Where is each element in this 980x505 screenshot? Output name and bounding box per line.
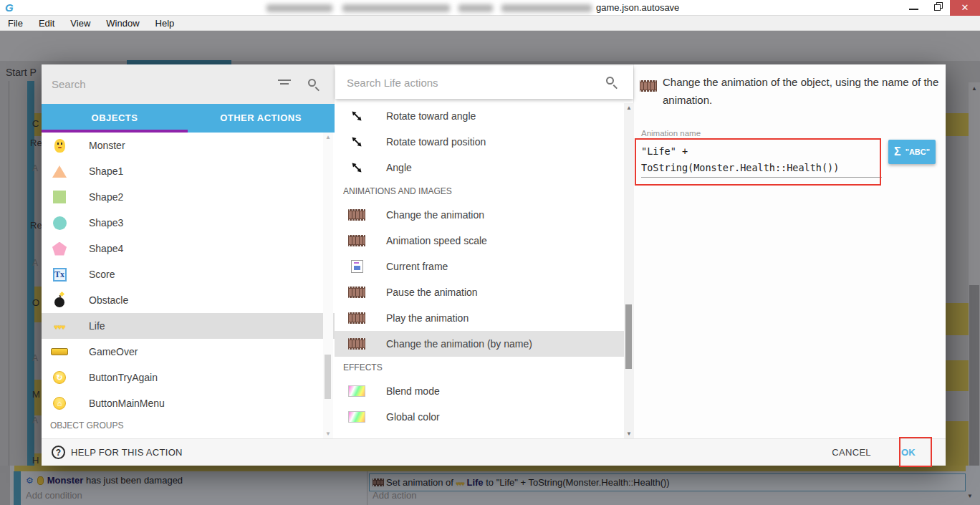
triangle-icon: [52, 165, 67, 178]
filter-icon[interactable]: [278, 80, 292, 89]
title-bar: G game.json.autosave ✕: [0, 0, 980, 16]
window-title: game.json.autosave: [596, 2, 679, 13]
blurred-title-segment: [266, 4, 332, 12]
object-item-buttontryagain[interactable]: ↻ButtonTryAgain: [42, 365, 335, 390]
scroll-down-icon[interactable]: ▼: [623, 431, 635, 437]
actions-search-input[interactable]: [347, 74, 583, 90]
menu-edit[interactable]: Edit: [31, 18, 62, 29]
banner-icon: [51, 348, 68, 355]
pentagon-icon: [52, 242, 67, 256]
film-icon: [348, 287, 365, 298]
object-item-shape1[interactable]: Shape1: [42, 158, 335, 184]
blurred-title-segment: [458, 4, 493, 12]
film-icon: [348, 235, 365, 246]
action-item-global-color[interactable]: Global color: [335, 404, 634, 430]
object-item-life[interactable]: Life: [42, 313, 335, 339]
rainbow-icon: [348, 385, 365, 397]
action-editor-dialog: OBJECTS OTHER ACTIONS Monster Shape1 Sha…: [42, 64, 946, 466]
action-description: Change the animation of the object, usin…: [663, 73, 949, 109]
square-icon: [53, 191, 66, 203]
minimize-button[interactable]: [901, 0, 926, 16]
objects-tab-bar: OBJECTS OTHER ACTIONS: [42, 104, 335, 133]
objects-search-input[interactable]: [52, 74, 266, 93]
cancel-button[interactable]: CANCEL: [832, 447, 871, 458]
objects-search-bar: [42, 64, 335, 104]
object-item-monster[interactable]: Monster: [42, 133, 335, 158]
retry-button-icon: ↻: [53, 371, 66, 384]
menu-help[interactable]: Help: [148, 18, 183, 29]
scrollbar-thumb[interactable]: [625, 304, 632, 369]
section-header-effects: EFFECTS: [335, 357, 634, 378]
action-item-current-frame[interactable]: Current frame: [335, 254, 634, 279]
object-item-shape2[interactable]: Shape2: [42, 184, 335, 210]
restore-button[interactable]: [926, 0, 950, 16]
object-groups-header: OBJECT GROUPS: [42, 416, 335, 431]
object-item-score[interactable]: TxScore: [42, 261, 335, 287]
section-header-animations: ANIMATIONS AND IMAGES: [335, 181, 634, 202]
action-item-play-animation[interactable]: Play the animation: [335, 305, 634, 331]
rotate-icon: [350, 160, 364, 175]
minimize-icon: [909, 9, 918, 10]
sigma-icon: Σ: [894, 145, 901, 158]
scroll-up-icon[interactable]: ▲: [322, 134, 334, 140]
objects-scrollbar[interactable]: ▲ ▼: [323, 133, 333, 438]
search-icon[interactable]: [606, 77, 614, 85]
bomb-icon: [54, 297, 64, 307]
actions-search-bar: [335, 66, 633, 99]
help-button[interactable]: ? HELP FOR THIS ACTION: [52, 446, 183, 459]
animation-name-label: Animation name: [641, 129, 701, 138]
action-item-change-animation-by-name[interactable]: Change the animation (by name): [335, 331, 634, 357]
film-icon: [348, 209, 365, 221]
scrollbar-thumb[interactable]: [325, 355, 331, 399]
search-icon[interactable]: [308, 79, 316, 87]
expression-editor-button[interactable]: Σ "ABC": [888, 140, 936, 164]
action-item-pause-animation[interactable]: Pause the animation: [335, 279, 634, 305]
object-item-gameover[interactable]: GameOver: [42, 339, 335, 365]
frame-icon: [351, 260, 363, 273]
text-object-icon: Tx: [53, 268, 67, 282]
menu-view[interactable]: View: [62, 18, 98, 29]
abc-label: "ABC": [905, 148, 930, 156]
circle-icon: [53, 216, 67, 230]
objects-list: Monster Shape1 Shape2 Shape3 Shape4 TxSc…: [42, 133, 335, 438]
rotate-icon: [350, 109, 364, 123]
rainbow-icon: [348, 411, 365, 423]
object-item-shape4[interactable]: Shape4: [42, 236, 335, 261]
menu-window[interactable]: Window: [98, 18, 147, 29]
dialog-footer: ? HELP FOR THIS ACTION CANCEL OK: [42, 438, 946, 466]
objects-panel: OBJECTS OTHER ACTIONS Monster Shape1 Sha…: [42, 64, 335, 438]
close-button[interactable]: ✕: [950, 0, 980, 16]
film-icon: [640, 80, 657, 92]
film-icon: [348, 338, 365, 350]
object-item-obstacle[interactable]: Obstacle: [42, 287, 335, 313]
rotate-icon: [350, 135, 364, 149]
help-icon: ?: [52, 446, 65, 459]
action-parameters-panel: Change the animation of the object, usin…: [634, 64, 946, 438]
annotation-box-expression: [635, 138, 881, 186]
action-item-angle[interactable]: Angle: [335, 155, 634, 181]
action-item-rotate-toward-angle[interactable]: Rotate toward angle: [335, 103, 634, 129]
tab-objects[interactable]: OBJECTS: [42, 104, 188, 133]
menu-file[interactable]: File: [0, 18, 31, 29]
scroll-up-icon[interactable]: ▲: [623, 105, 635, 111]
actions-panel: Rotate toward angle Rotate toward positi…: [335, 64, 634, 438]
hearts-icon: [54, 319, 65, 332]
actions-scrollbar[interactable]: ▲ ▼: [624, 103, 634, 438]
home-button-icon: ⌂: [53, 397, 66, 410]
gdevelop-logo-icon: G: [5, 1, 14, 14]
actions-list: Rotate toward angle Rotate toward positi…: [335, 103, 634, 438]
film-icon: [348, 312, 365, 324]
blurred-title-segment: [501, 4, 592, 12]
action-item-animation-speed-scale[interactable]: Animation speed scale: [335, 228, 634, 254]
action-item-blend-mode[interactable]: Blend mode: [335, 378, 634, 404]
object-item-buttonmainmenu[interactable]: ⌂ButtonMainMenu: [42, 390, 335, 416]
monster-icon: [54, 139, 65, 153]
action-item-change-animation[interactable]: Change the animation: [335, 202, 634, 228]
action-item-rotate-toward-position[interactable]: Rotate toward position: [335, 129, 634, 155]
annotation-box-ok: [899, 437, 932, 467]
object-item-shape3[interactable]: Shape3: [42, 210, 335, 236]
tab-other-actions[interactable]: OTHER ACTIONS: [188, 104, 334, 133]
blurred-title-segment: [342, 4, 450, 12]
scroll-down-icon[interactable]: ▼: [322, 431, 334, 437]
menu-bar: File Edit View Window Help: [0, 16, 980, 31]
